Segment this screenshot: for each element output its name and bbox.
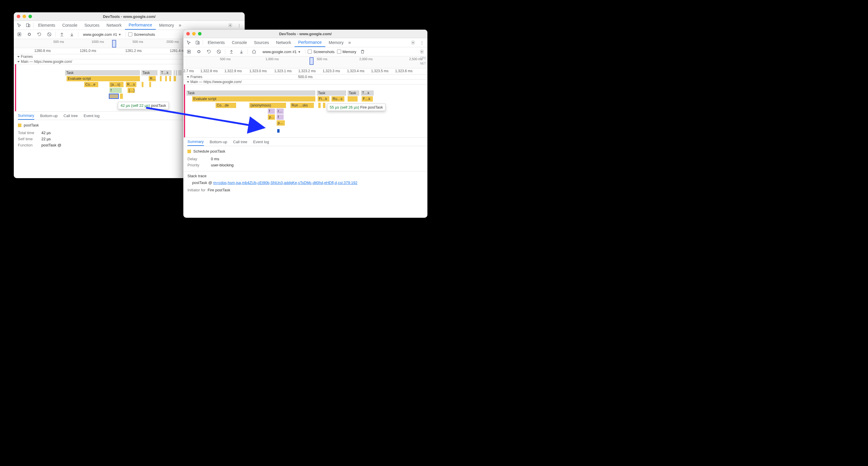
flame-block[interactable] <box>318 103 321 108</box>
trash-icon[interactable] <box>359 48 366 55</box>
memory-checkbox[interactable]: Memory <box>337 50 356 54</box>
profile-select[interactable]: www.google.com #1 ▾ <box>260 50 303 54</box>
flame-block[interactable]: Evaluate script <box>192 96 315 101</box>
flame-block[interactable] <box>323 103 325 108</box>
flame-block[interactable] <box>169 76 171 81</box>
flame-block[interactable]: F…k <box>362 96 373 101</box>
more-panels-icon[interactable]: » <box>348 40 351 45</box>
flame-block[interactable]: R…s <box>126 82 136 87</box>
flame-block[interactable] <box>176 70 177 76</box>
flame-block[interactable]: Ru…s <box>332 96 344 101</box>
tab-elements[interactable]: Elements <box>35 21 59 30</box>
details-tab-bottom-up[interactable]: Bottom-up <box>210 138 227 146</box>
clear-icon[interactable] <box>45 31 53 38</box>
minimize-icon[interactable] <box>23 15 26 18</box>
flame-block[interactable] <box>120 94 123 99</box>
more-panels-icon[interactable]: » <box>179 23 181 28</box>
flame-block[interactable]: f <box>268 109 275 114</box>
tab-network[interactable]: Network <box>103 21 125 30</box>
overview-minimap[interactable]: CPU NET 500 ms1,000 ms500 ms2,000 ms2,50… <box>183 56 427 68</box>
flame-block[interactable]: (…) <box>128 88 135 93</box>
flame-block[interactable] <box>149 82 151 87</box>
collapse-icon[interactable] <box>17 61 20 62</box>
record-page-load-icon[interactable] <box>16 31 23 38</box>
details-tab-event-log[interactable]: Event log <box>84 112 99 119</box>
details-tab-summary[interactable]: Summary <box>18 112 34 120</box>
details-tab-summary[interactable]: Summary <box>187 138 204 146</box>
tab-elements[interactable]: Elements <box>204 38 228 47</box>
flame-block[interactable]: Co…e <box>84 82 98 87</box>
gear-icon[interactable] <box>418 48 426 55</box>
device-icon[interactable] <box>24 22 32 29</box>
collapse-icon[interactable] <box>17 56 20 58</box>
flame-block[interactable]: Task <box>142 70 157 76</box>
flame-block[interactable]: Task <box>65 70 140 76</box>
device-icon[interactable] <box>194 39 202 47</box>
flame-block[interactable]: f <box>277 114 284 120</box>
flame-block[interactable] <box>174 76 176 81</box>
main-row[interactable]: Main — https://www.google.com/ <box>183 80 427 85</box>
flame-block[interactable]: (a…s) <box>110 82 124 87</box>
upload-icon[interactable] <box>58 31 66 38</box>
flame-block[interactable]: r… <box>277 109 284 114</box>
record-icon[interactable] <box>26 31 33 38</box>
record-page-load-icon[interactable] <box>185 48 193 55</box>
maximize-icon[interactable] <box>198 32 202 35</box>
time-ruler[interactable]: 2.7 ms1,322.8 ms1,322.9 ms1,323.0 ms1,32… <box>183 68 427 75</box>
inspect-icon[interactable] <box>16 22 23 29</box>
gear-icon[interactable] <box>226 22 234 29</box>
titlebar[interactable]: DevTools - www.google.com/ <box>183 30 427 38</box>
flame-block[interactable]: Fi…k <box>318 96 330 101</box>
tab-console[interactable]: Console <box>228 38 250 47</box>
flame-block[interactable]: f <box>110 88 122 93</box>
gear-icon[interactable] <box>409 39 417 47</box>
home-icon[interactable] <box>250 48 258 55</box>
download-icon[interactable] <box>68 31 76 38</box>
tab-memory[interactable]: Memory <box>325 38 347 47</box>
flame-block[interactable] <box>142 82 144 87</box>
flame-block[interactable]: p… <box>277 120 285 125</box>
flame-block[interactable] <box>165 76 167 81</box>
flame-block[interactable]: Task <box>348 90 359 96</box>
minimize-icon[interactable] <box>192 32 196 35</box>
kebab-icon[interactable]: ⋮ <box>235 22 243 29</box>
flame-block[interactable]: T…k <box>361 90 374 96</box>
flame-block[interactable] <box>178 70 182 76</box>
reload-icon[interactable] <box>35 31 43 38</box>
flame-block[interactable] <box>109 94 119 99</box>
screenshots-checkbox[interactable]: Screenshots <box>128 32 155 37</box>
upload-icon[interactable] <box>228 48 235 55</box>
kebab-icon[interactable]: ⋮ <box>418 39 426 47</box>
flame-block[interactable] <box>174 70 175 76</box>
screenshots-checkbox[interactable]: Screenshots <box>308 50 334 54</box>
flame-block[interactable]: R… <box>149 76 156 81</box>
maximize-icon[interactable] <box>28 15 32 18</box>
profile-select[interactable]: www.google.com #1 ▾ <box>81 32 123 37</box>
flame-block[interactable]: T…k <box>160 70 172 76</box>
flame-block[interactable]: p… <box>268 114 275 120</box>
tab-console[interactable]: Console <box>59 21 81 30</box>
tab-sources[interactable]: Sources <box>250 38 273 47</box>
inspect-icon[interactable] <box>185 39 193 47</box>
flame-chart[interactable]: 55 µs (self 26 µs) Fire postTask TaskTas… <box>183 85 427 138</box>
details-tab-event-log[interactable]: Event log <box>253 138 269 146</box>
details-tab-call-tree[interactable]: Call tree <box>64 112 78 119</box>
flame-block[interactable]: (anonymous) <box>249 103 286 108</box>
source-link[interactable]: m=cdos,hsm,jsa,mb4ZUb,cEt90b,SNUn3,qddgK… <box>213 180 358 185</box>
details-tab-bottom-up[interactable]: Bottom-up <box>40 112 58 119</box>
flame-block[interactable]: Task <box>186 90 315 96</box>
close-icon[interactable] <box>186 32 190 35</box>
flame-block[interactable]: Task <box>317 90 346 96</box>
tab-memory[interactable]: Memory <box>156 21 178 30</box>
flame-block[interactable] <box>348 96 358 101</box>
frames-row[interactable]: Frames 500.0 ms <box>183 75 427 80</box>
tab-performance[interactable]: Performance <box>294 38 325 47</box>
titlebar[interactable]: DevTools - www.google.com/ <box>14 12 245 21</box>
tab-network[interactable]: Network <box>273 38 294 47</box>
close-icon[interactable] <box>17 15 20 18</box>
flame-block[interactable]: Co…de <box>216 103 236 108</box>
details-tab-call-tree[interactable]: Call tree <box>233 138 247 146</box>
collapse-icon[interactable] <box>187 76 189 78</box>
tab-performance[interactable]: Performance <box>125 21 155 30</box>
flame-block[interactable]: Run …sks <box>290 103 314 108</box>
